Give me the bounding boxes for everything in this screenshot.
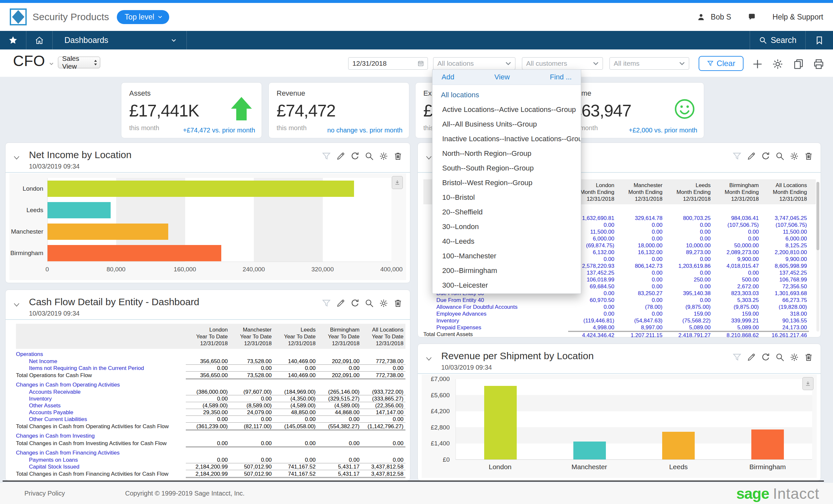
cell-value[interactable]: 500.00 (713, 276, 761, 283)
cell-value[interactable]: 137,452.25 (761, 269, 809, 276)
bar-manchester[interactable] (48, 223, 168, 240)
collapse-chevron-icon[interactable] (13, 301, 21, 309)
cell-value[interactable]: 24,173.00 (761, 324, 809, 331)
refresh-icon[interactable] (761, 352, 770, 362)
cell-value[interactable]: 0.00 (616, 229, 664, 235)
filter-icon[interactable] (322, 151, 331, 161)
row-label-link[interactable]: Changes in Cash from Financing Activitie… (16, 449, 193, 456)
cell-value[interactable]: 984,036.41 (713, 215, 761, 222)
cell-value[interactable]: 339,999.21 (713, 317, 761, 324)
row-label-link[interactable]: Changes in Cash from Investing (16, 432, 193, 439)
cell-value[interactable]: 9,900.00 (761, 256, 809, 263)
view-selector[interactable]: Sales View (58, 56, 100, 68)
cell-value[interactable]: (78.00) (616, 304, 664, 310)
table-scrollbar[interactable] (816, 182, 819, 332)
cell-value[interactable]: 0.00 (664, 297, 713, 304)
cell-value[interactable]: 0.00 (664, 269, 713, 276)
cell-value[interactable]: 823,303.03 (713, 290, 761, 297)
privacy-policy-link[interactable]: Privacy Policy (24, 490, 65, 497)
trash-icon[interactable] (393, 298, 403, 308)
trash-icon[interactable] (393, 151, 403, 161)
cell-value[interactable]: 0.00 (616, 276, 664, 283)
row-label-link[interactable]: Due From Entity 40 (423, 297, 568, 304)
row-label-link[interactable]: Accounts Receivable (16, 388, 186, 395)
settings-icon[interactable] (771, 58, 784, 70)
edit-icon[interactable] (336, 151, 346, 161)
print-icon[interactable] (812, 58, 825, 70)
bar-birmingham[interactable] (751, 430, 784, 459)
clear-filters-button[interactable]: Clear (698, 56, 743, 71)
zoom-icon[interactable] (364, 298, 374, 308)
bar-manchester[interactable] (573, 441, 606, 459)
cell-value[interactable]: 2,418,791.27 (664, 331, 713, 337)
cell-value[interactable]: (107,506.75) (761, 222, 809, 229)
cell-value[interactable]: 159.00 (664, 310, 713, 317)
date-input[interactable]: 12/31/2018 (348, 57, 428, 70)
cell-value[interactable]: 800,703.25 (664, 215, 713, 222)
cell-value[interactable]: (107,506.75) (713, 222, 761, 229)
edit-icon[interactable] (746, 151, 756, 161)
cell-value[interactable]: 66,273.75 (761, 297, 809, 304)
row-label-link[interactable]: Other Assets (16, 402, 186, 409)
home-button[interactable] (26, 31, 53, 49)
cell-value[interactable]: 0.00 (616, 310, 664, 317)
cell-value[interactable]: 50,000.00 (713, 242, 761, 249)
cell-value[interactable]: 8,210,868.62 (713, 331, 761, 337)
filter-icon[interactable] (732, 352, 742, 362)
row-label-link[interactable]: Inventory (16, 395, 186, 402)
cell-value[interactable]: 0.00 (616, 256, 664, 263)
scrollbar-thumb[interactable] (816, 182, 819, 250)
dropdown-option[interactable]: 20--Sheffield (432, 205, 581, 219)
settings-icon[interactable] (379, 298, 388, 308)
cell-value[interactable]: 11,500.00 (761, 229, 809, 235)
cell-value[interactable]: 3,747,045.25 (761, 215, 809, 222)
dropdown-option-all-locations[interactable]: All locations (432, 88, 581, 102)
cell-value[interactable]: 6,000.00 (761, 235, 809, 242)
cell-value[interactable]: 16,261,217.46 (761, 331, 809, 337)
cell-value[interactable]: 2,200,810.00 (761, 249, 809, 256)
dropdown-option[interactable]: Inactive Locations--Inactive Locations--… (432, 131, 581, 146)
favorites-button[interactable] (0, 31, 26, 49)
cell-value[interactable]: 0.00 (616, 222, 664, 229)
row-label-link[interactable]: Accounts Payable (16, 409, 186, 416)
settings-icon[interactable] (789, 352, 799, 362)
cell-value[interactable]: 0.00 (616, 297, 664, 304)
cell-value[interactable]: (75,568.22) (664, 317, 713, 324)
cell-value[interactable]: 0.00 (616, 269, 664, 276)
trash-icon[interactable] (804, 352, 813, 362)
cell-value[interactable]: 9,900.00 (713, 256, 761, 263)
cell-value[interactable]: 8,997.00 (616, 324, 664, 331)
collapse-chevron-icon[interactable] (425, 355, 433, 363)
cell-value[interactable]: 89,273.00 (664, 249, 713, 256)
edit-icon[interactable] (746, 352, 756, 362)
cell-value[interactable]: 1,207,211.15 (616, 331, 664, 337)
cell-value[interactable]: 0.00 (664, 229, 713, 235)
edit-icon[interactable] (336, 298, 346, 308)
cell-value[interactable]: 5,089.00 (664, 324, 713, 331)
bar-london[interactable] (484, 386, 517, 459)
download-chart-button[interactable] (392, 176, 403, 189)
search-button[interactable]: Search (750, 31, 806, 49)
cell-value[interactable]: 106,768.99 (761, 276, 809, 283)
cell-value[interactable]: 10,000.00 (664, 242, 713, 249)
cell-value[interactable]: 83,250.27 (616, 290, 664, 297)
cell-value[interactable]: 0.00 (713, 269, 761, 276)
row-label-link[interactable]: Changes in Cash from Operating Activitie… (16, 381, 193, 388)
cell-value[interactable]: 4,018,015.47 (713, 263, 761, 269)
row-label-link[interactable]: Payments on Loans (16, 456, 186, 463)
chat-icon[interactable] (747, 13, 756, 22)
dropdown-option[interactable]: 200--Birmingham (432, 263, 581, 278)
cell-value[interactable]: 0.00 (616, 283, 664, 290)
trash-icon[interactable] (804, 151, 813, 161)
cell-value[interactable]: 4,424,346.42 (568, 331, 616, 337)
cell-value[interactable]: 72,356.50 (761, 283, 809, 290)
cell-value[interactable]: 5,089.00 (713, 324, 761, 331)
collapse-chevron-icon[interactable] (425, 154, 433, 162)
copy-icon[interactable] (792, 58, 805, 70)
cell-value[interactable]: 0.00 (664, 283, 713, 290)
filter-icon[interactable] (322, 298, 331, 308)
add-widget-icon[interactable] (751, 58, 764, 70)
locations-filter-select[interactable]: All locations (433, 57, 516, 70)
dropdown-view-link[interactable]: View (494, 73, 509, 81)
dropdown-option[interactable]: All--All Business Units--Group (432, 117, 581, 131)
